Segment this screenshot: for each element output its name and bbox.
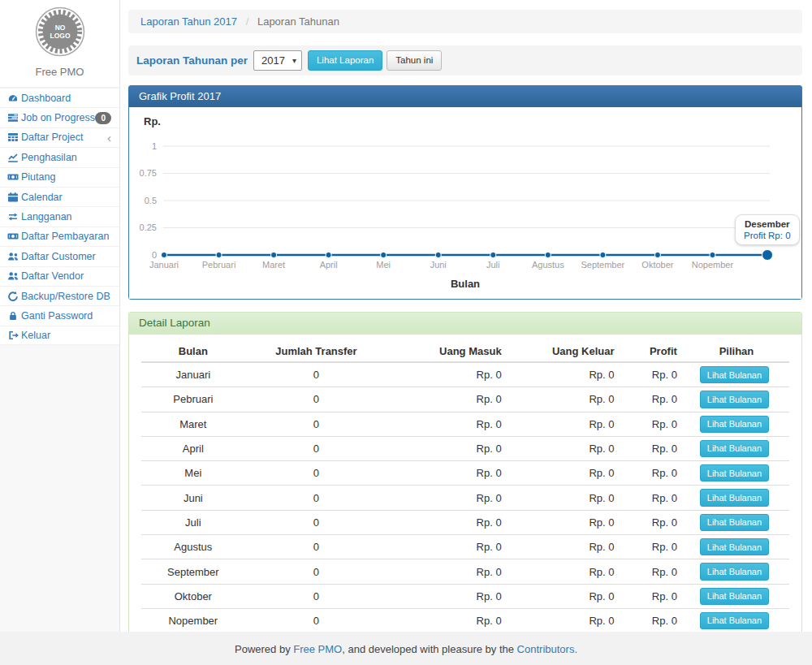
svg-text:April: April bbox=[320, 260, 338, 270]
data-point-nopember[interactable] bbox=[710, 252, 715, 257]
data-point-april[interactable] bbox=[326, 252, 331, 257]
sidebar-item-dashboard[interactable]: Dashboard bbox=[0, 88, 119, 107]
caret-down-icon: ▾ bbox=[292, 56, 296, 65]
lihat-bulanan-button[interactable]: Lihat Bulanan bbox=[700, 440, 769, 457]
cell-profit: Rp. 0 bbox=[620, 559, 683, 584]
chevron-left-icon: ‹ bbox=[107, 132, 111, 144]
cell-bulan: September bbox=[141, 559, 245, 584]
sidebar-item-daftar-vendor[interactable]: Daftar Vendor bbox=[0, 266, 119, 286]
svg-text:Nopember: Nopember bbox=[692, 260, 734, 270]
cell-uang-masuk: Rp. 0 bbox=[387, 412, 508, 436]
lock-icon bbox=[7, 310, 21, 322]
sidebar-item-ganti-password[interactable]: Ganti Password bbox=[0, 305, 119, 325]
refresh-icon bbox=[7, 291, 21, 302]
profit-chart-panel: Grafik Profit 2017 Rp. 00.250.50.751Janu… bbox=[128, 85, 802, 300]
table-row: Nopember0Rp. 0Rp. 0Rp. 0Lihat Bulanan bbox=[141, 608, 789, 633]
lihat-bulanan-button[interactable]: Lihat Bulanan bbox=[700, 489, 769, 506]
data-point-maret[interactable] bbox=[270, 252, 276, 257]
sidebar-item-label: Daftar Pembayaran bbox=[21, 231, 111, 242]
dashboard-icon bbox=[7, 93, 21, 104]
svg-text:0: 0 bbox=[152, 250, 157, 260]
chart-panel-title: Grafik Profit 2017 bbox=[129, 86, 801, 107]
data-point-agustus[interactable] bbox=[545, 252, 551, 257]
cell-bulan: Juni bbox=[141, 486, 245, 510]
cell-bulan: Mei bbox=[141, 461, 245, 486]
sidebar-item-calendar[interactable]: Calendar bbox=[0, 187, 119, 206]
tahun-ini-button[interactable]: Tahun ini bbox=[387, 50, 442, 71]
cell-bulan: Nopember bbox=[141, 608, 245, 633]
cell-jumlah-transfer: 0 bbox=[245, 608, 388, 633]
cell-uang-keluar: Rp. 0 bbox=[508, 436, 621, 460]
sidebar-item-piutang[interactable]: Piutang bbox=[0, 167, 119, 187]
data-point-september[interactable] bbox=[600, 252, 606, 257]
cell-profit: Rp. 0 bbox=[620, 535, 683, 559]
table-row: Juli0Rp. 0Rp. 0Rp. 0Lihat Bulanan bbox=[141, 510, 789, 534]
cell-pilihan: Lihat Bulanan bbox=[684, 436, 789, 460]
lihat-bulanan-button[interactable]: Lihat Bulanan bbox=[700, 514, 769, 531]
sidebar-item-label: Langganan bbox=[21, 211, 111, 222]
profit-line-chart[interactable]: 00.250.50.751JanuariPebruariMaretAprilMe… bbox=[142, 133, 788, 273]
year-select[interactable]: 2017 ▾ bbox=[253, 50, 302, 71]
lihat-bulanan-button[interactable]: Lihat Bulanan bbox=[700, 588, 769, 605]
lihat-bulanan-button[interactable]: Lihat Bulanan bbox=[700, 391, 769, 408]
column-header-profit: Profit bbox=[620, 341, 683, 362]
footer-text-middle: , and developed with pleasure by the bbox=[342, 643, 516, 655]
lihat-bulanan-button[interactable]: Lihat Bulanan bbox=[700, 538, 769, 555]
sidebar-item-langganan[interactable]: Langganan bbox=[0, 206, 119, 226]
detail-panel-body: BulanJumlah TransferUang MasukUang Kelua… bbox=[129, 335, 801, 665]
cell-jumlah-transfer: 0 bbox=[245, 584, 388, 608]
cell-jumlah-transfer: 0 bbox=[245, 461, 388, 486]
sidebar-item-label: Daftar Vendor bbox=[21, 270, 111, 282]
table-row: Oktober0Rp. 0Rp. 0Rp. 0Lihat Bulanan bbox=[141, 584, 789, 608]
footer-link-contributors[interactable]: Contributors. bbox=[517, 643, 577, 655]
users-icon bbox=[7, 251, 21, 262]
cell-jumlah-transfer: 0 bbox=[245, 436, 388, 460]
chart-panel-body: Rp. 00.250.50.751JanuariPebruariMaretApr… bbox=[129, 107, 801, 299]
sidebar-item-keluar[interactable]: Keluar bbox=[0, 326, 119, 345]
chart-y-axis-label: Rp. bbox=[144, 115, 788, 130]
cell-jumlah-transfer: 0 bbox=[245, 362, 388, 387]
data-point-pebruari[interactable] bbox=[216, 252, 222, 257]
cell-uang-keluar: Rp. 0 bbox=[508, 461, 621, 486]
cell-uang-masuk: Rp. 0 bbox=[387, 436, 508, 460]
lihat-bulanan-button[interactable]: Lihat Bulanan bbox=[700, 563, 769, 580]
money-icon bbox=[7, 171, 21, 183]
data-point-desember[interactable] bbox=[762, 250, 773, 261]
lihat-bulanan-button[interactable]: Lihat Bulanan bbox=[700, 416, 769, 433]
filter-label: Laporan Tahunan per bbox=[136, 54, 248, 67]
cell-pilihan: Lihat Bulanan bbox=[684, 535, 789, 559]
lihat-bulanan-button[interactable]: Lihat Bulanan bbox=[700, 612, 769, 629]
data-point-juni[interactable] bbox=[435, 252, 441, 257]
lihat-bulanan-button[interactable]: Lihat Bulanan bbox=[700, 464, 769, 481]
footer-link-freepmo[interactable]: Free PMO bbox=[293, 643, 342, 655]
calendar-icon bbox=[7, 192, 21, 203]
chart-area: 00.250.50.751JanuariPebruariMaretAprilMe… bbox=[142, 133, 788, 273]
sidebar-item-penghasilan[interactable]: Penghasilan bbox=[0, 147, 119, 166]
sidebar-item-daftar-pembayaran[interactable]: Daftar Pembayaran bbox=[0, 227, 119, 246]
sidebar-item-daftar-project[interactable]: Daftar Project‹ bbox=[0, 127, 119, 147]
cell-uang-masuk: Rp. 0 bbox=[387, 584, 508, 608]
breadcrumb-link[interactable]: Laporan Tahun 2017 bbox=[140, 15, 237, 28]
sidebar-item-backup-restore-db[interactable]: Backup/Restore DB bbox=[0, 286, 119, 305]
table-row: Agustus0Rp. 0Rp. 0Rp. 0Lihat Bulanan bbox=[141, 535, 789, 559]
cell-jumlah-transfer: 0 bbox=[245, 535, 388, 559]
table-row: Maret0Rp. 0Rp. 0Rp. 0Lihat Bulanan bbox=[141, 412, 789, 436]
cell-pilihan: Lihat Bulanan bbox=[684, 584, 789, 608]
cell-pilihan: Lihat Bulanan bbox=[684, 362, 789, 387]
cell-uang-keluar: Rp. 0 bbox=[508, 535, 621, 559]
data-point-januari[interactable] bbox=[161, 252, 166, 257]
cell-uang-keluar: Rp. 0 bbox=[508, 510, 621, 534]
data-point-oktober[interactable] bbox=[654, 252, 660, 257]
sidebar-item-job-on-progress[interactable]: Job on Progress0 bbox=[0, 107, 119, 127]
lihat-laporan-button[interactable]: Lihat Laporan bbox=[308, 50, 382, 71]
data-point-juli[interactable] bbox=[490, 252, 496, 257]
line-chart-icon bbox=[7, 152, 21, 163]
table-row: April0Rp. 0Rp. 0Rp. 0Lihat Bulanan bbox=[141, 436, 789, 460]
cell-pilihan: Lihat Bulanan bbox=[684, 486, 789, 510]
column-header-pilihan: Pilihan bbox=[684, 341, 789, 362]
svg-text:Juni: Juni bbox=[430, 260, 447, 270]
cell-bulan: Agustus bbox=[141, 535, 245, 559]
sidebar-item-daftar-customer[interactable]: Daftar Customer bbox=[0, 246, 119, 266]
data-point-mei[interactable] bbox=[381, 252, 387, 257]
lihat-bulanan-button[interactable]: Lihat Bulanan bbox=[700, 366, 769, 383]
